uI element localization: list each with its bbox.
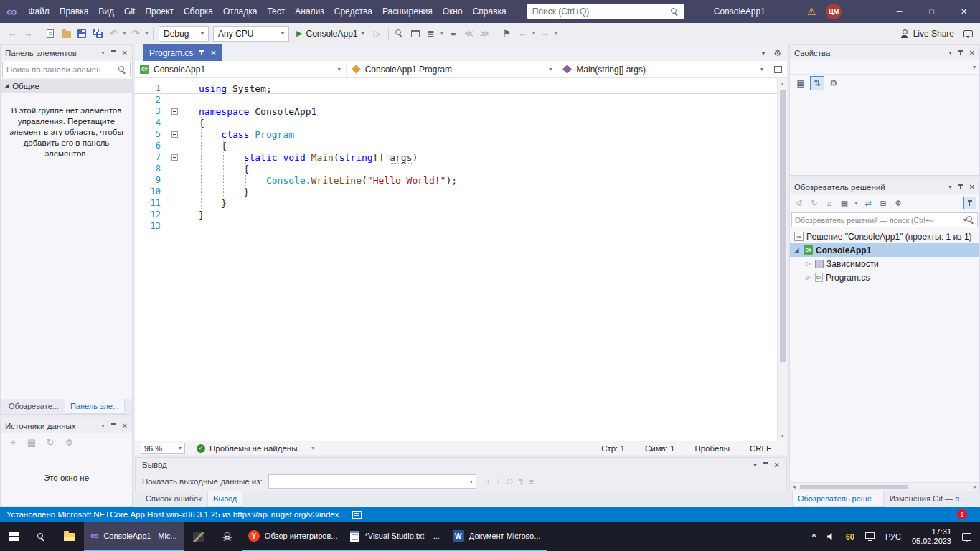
start-button[interactable] (0, 522, 28, 551)
live-share-button[interactable]: Live Share (895, 29, 960, 39)
taskbar-search-button[interactable] (28, 522, 55, 551)
close-button[interactable]: ✕ (948, 0, 980, 23)
solution-explorer-header[interactable]: Обозреватель решений ▾ ✕ (790, 179, 979, 194)
redo-dropdown-icon[interactable]: ▾ (143, 30, 150, 37)
pin-icon[interactable] (110, 49, 117, 57)
toolbox-group-general[interactable]: ◢ Общие (1, 79, 132, 93)
taskbar-word-window[interactable]: W Документ Microso... (446, 522, 547, 551)
window-position-icon[interactable]: ▾ (102, 423, 105, 429)
scrollbar-thumb[interactable] (800, 485, 908, 489)
fold-collapse-icon[interactable] (168, 108, 181, 115)
chevron-down-icon[interactable]: ▾ (853, 200, 859, 207)
tab-program-cs[interactable]: Program.cs ✕ (143, 44, 222, 61)
indent-increase-icon[interactable]: ≫ (477, 26, 493, 42)
tree-item-project[interactable]: ◢ C# ConsoleApp1 (790, 243, 979, 257)
split-window-button[interactable] (768, 61, 787, 77)
configure-icon[interactable]: ⚙ (61, 434, 77, 450)
window-preview-icon[interactable] (407, 26, 423, 42)
clear-all-icon[interactable]: ∅ (506, 476, 513, 486)
menu-test[interactable]: Тест (262, 0, 290, 23)
status-line-ending[interactable]: CRLF (750, 444, 771, 453)
close-icon[interactable]: ✕ (774, 461, 780, 469)
tab-solution-explorer[interactable]: Обозревате... (4, 399, 64, 414)
member-dropdown[interactable]: Main(string[] args) ▾ (557, 61, 768, 77)
close-icon[interactable]: ✕ (210, 49, 216, 57)
categorized-icon[interactable]: ▦ (793, 76, 808, 90)
preview-selected-items-toggle[interactable] (963, 197, 976, 209)
zoom-dropdown[interactable]: 96 % ▾ (141, 443, 185, 454)
platform-dropdown[interactable]: Any CPU ▾ (213, 26, 289, 42)
toolbox-search-input[interactable]: Поиск по панели элемен (2, 62, 131, 77)
horizontal-scrollbar[interactable]: ◂ ▸ (790, 482, 979, 491)
status-line[interactable]: Стр: 1 (601, 444, 625, 453)
undo-dropdown-icon[interactable]: ▾ (121, 30, 128, 37)
code-line-13[interactable]: 13 (135, 220, 777, 232)
project-dropdown[interactable]: C# ConsoleApp1 ▾ (135, 61, 347, 77)
file-explorer-button[interactable] (55, 522, 84, 551)
code-line-8[interactable]: 8 { (135, 163, 777, 174)
refresh-icon[interactable]: ↻ (42, 434, 58, 450)
code-line-6[interactable]: 6 { (135, 140, 777, 151)
new-file-icon[interactable] (42, 26, 58, 42)
close-icon[interactable]: ✕ (122, 422, 128, 430)
tree-item-dependencies[interactable]: ▷ Зависимости (790, 257, 979, 270)
pin-icon[interactable] (957, 183, 964, 191)
solution-search-input[interactable]: Обозреватель решений — поиск (Ctrl+» ▾ (791, 212, 978, 227)
notification-badge[interactable]: 1 (957, 509, 967, 519)
start-debugging-button[interactable]: ▶ ConsoleApp1 ▾ (293, 26, 368, 42)
previous-bookmark-icon[interactable]: ← (515, 26, 531, 42)
grid-icon[interactable]: ▦ (24, 434, 39, 450)
code-line-1[interactable]: 1using System; (135, 83, 777, 94)
previous-message-icon[interactable]: ↑ (486, 477, 491, 486)
taskbar-browser-window[interactable]: Y Обзор интегриров... (242, 522, 344, 551)
find-in-files-icon[interactable] (392, 26, 407, 42)
scroll-down-icon[interactable]: ▾ (781, 430, 783, 441)
switch-views-icon[interactable]: ▦ (838, 197, 851, 209)
chevron-down-icon[interactable]: ▾ (310, 445, 316, 451)
window-position-icon[interactable]: ▾ (949, 50, 952, 56)
menu-help[interactable]: Справка (468, 0, 512, 23)
network-icon[interactable] (865, 532, 875, 539)
tree-item-solution[interactable]: ∞ Решение "ConsoleApp1" (проекты: 1 из 1… (790, 230, 979, 243)
code-line-11[interactable]: 11 } (135, 197, 777, 209)
pin-icon[interactable] (110, 422, 117, 430)
menu-extensions[interactable]: Расширения (377, 0, 438, 23)
menu-analyze[interactable]: Анализ (290, 0, 329, 23)
menu-window[interactable]: Окно (438, 0, 468, 23)
chevron-down-icon[interactable]: ▾ (553, 30, 560, 37)
expander-icon[interactable]: ▷ (804, 274, 812, 281)
code-line-7[interactable]: 7 static void Main(string[] args) (135, 151, 777, 163)
navigate-forward-icon[interactable]: → (20, 26, 36, 42)
navigate-forward-icon[interactable]: ↻ (808, 197, 821, 209)
code-editor[interactable]: 1using System;23namespace ConsoleApp14{5… (135, 78, 787, 441)
status-column[interactable]: Симв: 1 (645, 444, 675, 453)
code-health-indicator[interactable]: ✓ Проблемы не найдены. (197, 444, 300, 453)
output-source-dropdown[interactable]: ▾ (268, 474, 476, 489)
save-all-icon[interactable] (90, 26, 105, 42)
gear-icon[interactable]: ⚙ (773, 48, 781, 58)
code-line-9[interactable]: 9 Console.WriteLine("Hello World!"); (135, 174, 777, 186)
configuration-dropdown[interactable]: Debug ▾ (159, 26, 209, 42)
toolbox-header[interactable]: Панель элементов ▾ ✕ (1, 45, 132, 60)
volume-icon[interactable] (827, 533, 835, 540)
list-members-icon[interactable]: ≣ (423, 26, 439, 42)
taskbar-clock[interactable]: 17:31 05.02.2023 (912, 527, 951, 546)
bookmark-icon[interactable]: ⚑ (499, 26, 515, 42)
tab-solution-explorer[interactable]: Обозреватель реше... (792, 491, 884, 507)
indent-decrease-icon[interactable]: ≪ (461, 26, 477, 42)
language-indicator[interactable]: РУС (885, 532, 901, 541)
property-pages-icon[interactable]: ⚙ (826, 76, 841, 90)
properties-header[interactable]: Свойства ▾ ✕ (790, 45, 979, 60)
tab-error-list[interactable]: Список ошибок (141, 491, 207, 507)
tab-output[interactable]: Вывод (207, 491, 242, 507)
menu-tools[interactable]: Средства (329, 0, 377, 23)
redo-icon[interactable]: ↷ (128, 26, 143, 42)
pin-icon[interactable] (957, 49, 964, 57)
notification-center-icon[interactable] (962, 533, 971, 541)
collapse-all-icon[interactable]: ⊟ (877, 197, 890, 209)
notification-warning-icon[interactable]: ⚠ (807, 6, 816, 17)
tab-git-changes[interactable]: Изменения Git — п... (885, 491, 971, 507)
window-position-icon[interactable]: ▾ (949, 184, 952, 190)
fold-collapse-icon[interactable] (168, 154, 181, 161)
quick-search-input[interactable]: Поиск (Ctrl+Q) (527, 4, 684, 19)
